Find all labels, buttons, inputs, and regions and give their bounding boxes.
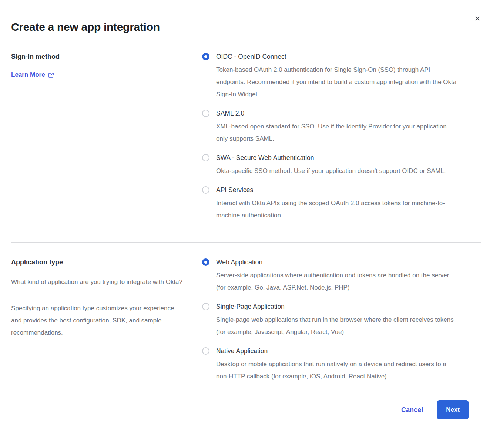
help-paragraph: Specifying an application type customize…	[11, 302, 185, 339]
create-app-integration-modal: Create a new app integration Sign-in met…	[0, 20, 493, 419]
radio-option[interactable]: Web Application Server-side applications…	[202, 257, 482, 294]
option-description: Single-page web applications that run in…	[216, 314, 457, 338]
option-description: Interact with Okta APIs using the scoped…	[216, 197, 457, 221]
application-type-left-column: Application type What kind of applicatio…	[11, 257, 202, 382]
radio-button[interactable]	[202, 303, 209, 310]
radio-option[interactable]: Native Application Desktop or mobile app…	[202, 346, 482, 382]
radio-option[interactable]: SWA - Secure Web Authentication Okta-spe…	[202, 153, 482, 177]
next-button[interactable]: Next	[437, 400, 469, 419]
radio-button[interactable]	[202, 186, 209, 194]
modal-footer: Cancel Next	[11, 400, 482, 419]
radio-button[interactable]	[202, 53, 209, 60]
close-icon	[474, 15, 481, 22]
radio-option[interactable]: API Services Interact with Okta APIs usi…	[202, 185, 482, 221]
option-label[interactable]: SWA - Secure Web Authentication	[216, 153, 446, 163]
radio-option[interactable]: Single-Page Application Single-page web …	[202, 302, 482, 338]
option-description: Okta-specific SSO method. Use if your ap…	[216, 165, 446, 177]
option-description: Token-based OAuth 2.0 authentication for…	[216, 64, 457, 100]
modal-right-edge	[492, 8, 492, 448]
radio-button[interactable]	[202, 110, 209, 117]
option-label[interactable]: Web Application	[216, 257, 457, 267]
learn-more-label: Learn More	[11, 71, 45, 78]
signin-method-section: Sign-in method Learn More OIDC -	[11, 52, 482, 221]
option-description: XML-based open standard for SSO. Use if …	[216, 120, 457, 145]
application-type-section: Application type What kind of applicatio…	[11, 257, 482, 382]
signin-method-options: OIDC - OpenID Connect Token-based OAuth …	[202, 52, 482, 221]
external-link-icon	[48, 72, 54, 78]
application-type-help: What kind of application are you trying …	[11, 276, 202, 339]
option-description: Desktop or mobile applications that run …	[216, 358, 457, 382]
option-label[interactable]: Single-Page Application	[216, 302, 457, 311]
option-description: Server-side applications where authentic…	[216, 269, 457, 294]
option-label[interactable]: Native Application	[216, 346, 457, 356]
application-type-options: Web Application Server-side applications…	[202, 257, 482, 382]
section-divider	[11, 242, 481, 243]
radio-button[interactable]	[202, 258, 209, 266]
cancel-button[interactable]: Cancel	[401, 406, 423, 414]
close-button[interactable]	[472, 13, 483, 24]
radio-button[interactable]	[202, 154, 209, 161]
signin-method-label: Sign-in method	[11, 52, 202, 61]
option-label[interactable]: SAML 2.0	[216, 108, 457, 118]
signin-method-left-column: Sign-in method Learn More	[11, 52, 202, 221]
application-type-label: Application type	[11, 257, 202, 267]
option-label[interactable]: API Services	[216, 185, 457, 195]
learn-more-link[interactable]: Learn More	[11, 71, 54, 78]
radio-option[interactable]: SAML 2.0 XML-based open standard for SSO…	[202, 108, 482, 145]
help-paragraph: What kind of application are you trying …	[11, 276, 185, 288]
radio-option[interactable]: OIDC - OpenID Connect Token-based OAuth …	[202, 52, 482, 100]
option-label[interactable]: OIDC - OpenID Connect	[216, 52, 457, 61]
modal-title: Create a new app integration	[11, 20, 482, 34]
radio-button[interactable]	[202, 347, 209, 355]
